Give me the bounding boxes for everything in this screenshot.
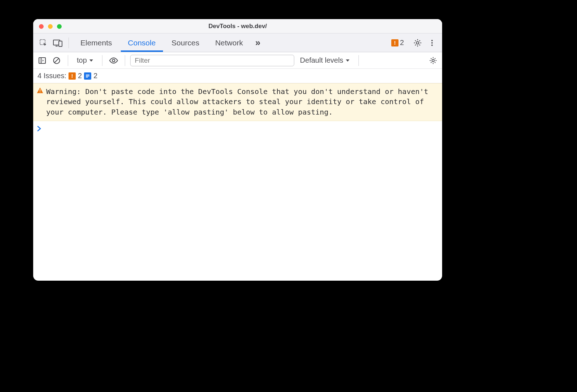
inspect-element-icon[interactable]: [37, 36, 50, 49]
levels-label: Default levels: [300, 56, 343, 64]
window-title: DevTools - web.dev/: [208, 23, 267, 30]
tab-elements[interactable]: Elements: [73, 34, 119, 52]
svg-rect-18: [40, 92, 40, 92]
divider: [69, 37, 69, 48]
tab-console[interactable]: Console: [121, 34, 163, 52]
context-label: top: [77, 56, 87, 64]
svg-point-7: [431, 44, 433, 46]
tab-sources[interactable]: Sources: [164, 34, 207, 52]
clear-console-icon[interactable]: [50, 54, 63, 67]
prompt-chevron-icon: [37, 125, 42, 132]
traffic-lights: [39, 24, 62, 29]
divider: [125, 55, 125, 66]
warning-text: Warning: Don't paste code into the DevTo…: [46, 86, 439, 117]
maximize-window-button[interactable]: [57, 24, 62, 29]
error-badge-icon: !: [69, 72, 76, 80]
svg-rect-8: [39, 58, 45, 63]
chevron-down-icon: [345, 58, 350, 63]
device-toolbar-icon[interactable]: [51, 36, 64, 49]
svg-point-12: [112, 59, 115, 62]
sidebar-toggle-icon[interactable]: [36, 54, 48, 67]
svg-rect-16: [86, 77, 88, 77]
svg-point-4: [417, 41, 419, 44]
warning-triangle-icon: [37, 87, 43, 94]
settings-gear-icon[interactable]: [411, 36, 424, 49]
svg-point-5: [431, 40, 433, 41]
log-levels-selector[interactable]: Default levels: [296, 56, 353, 64]
chevron-down-icon: [89, 58, 93, 63]
svg-point-13: [432, 59, 434, 61]
tab-network[interactable]: Network: [208, 34, 250, 52]
issues-summary[interactable]: 4 Issues: ! 2 2: [33, 69, 442, 83]
console-toolbar: top Default levels: [33, 52, 442, 69]
filter-input[interactable]: [130, 55, 294, 66]
svg-line-11: [54, 58, 59, 63]
tabs-overflow-button[interactable]: »: [252, 34, 264, 52]
titlebar: DevTools - web.dev/: [33, 19, 442, 34]
execution-context-selector[interactable]: top: [73, 56, 97, 64]
issues-prefix: 4 Issues:: [38, 72, 66, 80]
self-xss-warning: Warning: Don't paste code into the DevTo…: [33, 83, 442, 121]
tabstrip-error-counter[interactable]: ! 2: [391, 39, 406, 47]
error-count: 2: [400, 39, 404, 47]
svg-point-6: [431, 42, 433, 44]
info-badge-icon: [84, 72, 91, 80]
svg-rect-14: [86, 75, 89, 75]
divider: [68, 55, 68, 66]
divider: [102, 55, 102, 66]
error-badge-icon: !: [391, 39, 398, 46]
divider: [358, 55, 359, 66]
console-settings-gear-icon[interactable]: [427, 54, 439, 67]
devtools-tabstrip: Elements Console Sources Network » ! 2: [33, 34, 442, 52]
minimize-window-button[interactable]: [48, 24, 53, 29]
warning-body: Don't paste code into the DevTools Conso…: [46, 87, 428, 116]
svg-rect-17: [40, 89, 40, 92]
devtools-window: DevTools - web.dev/ Elements Console Sou…: [33, 19, 442, 281]
live-expression-eye-icon[interactable]: [107, 54, 120, 67]
more-menu-icon[interactable]: [426, 36, 439, 49]
issues-error-count: 2: [78, 72, 82, 80]
svg-rect-3: [59, 41, 62, 46]
console-prompt[interactable]: [33, 121, 442, 136]
warning-label: Warning:: [46, 87, 81, 96]
issues-info-count: 2: [93, 72, 97, 80]
close-window-button[interactable]: [39, 24, 44, 29]
svg-rect-15: [86, 76, 89, 76]
